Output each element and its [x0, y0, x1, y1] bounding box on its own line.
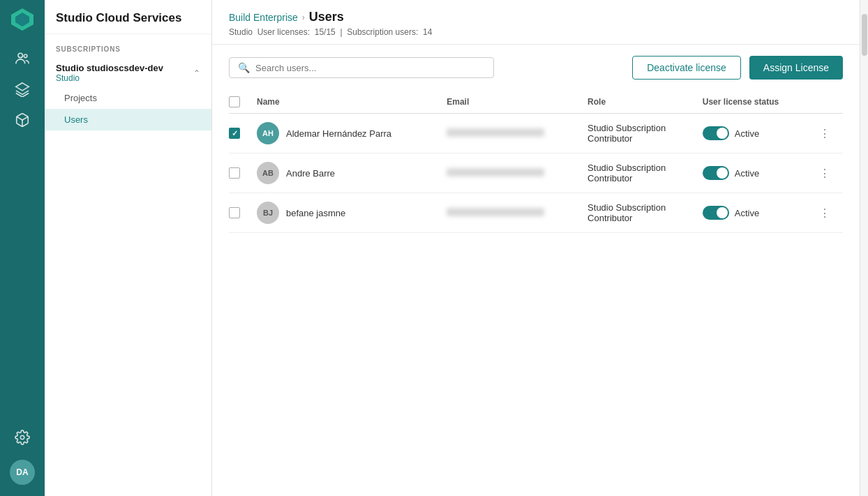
meta-licenses-label: User licenses:: [257, 27, 310, 37]
search-icon: 🔍: [238, 62, 250, 73]
col-actions: [815, 91, 843, 114]
row-email-cell: [447, 114, 588, 153]
table-row: AHAldemar Hernández ParraStudio Subscrip…: [229, 114, 843, 153]
user-name: Andre Barre: [286, 168, 335, 179]
select-all-checkbox[interactable]: [229, 96, 240, 107]
row-role-cell: Studio SubscriptionContributor: [588, 153, 703, 193]
main-header: Build Enterprise › Users Studio User lic…: [212, 0, 860, 45]
meta-subscription-value: 14: [423, 27, 432, 37]
col-email: Email: [447, 91, 588, 114]
app-logo[interactable]: [8, 6, 36, 33]
meta-separator: |: [340, 27, 342, 37]
license-toggle[interactable]: [703, 206, 729, 220]
sidebar: Studio Cloud Services SUBSCRIPTIONS Stud…: [45, 0, 212, 496]
sidebar-item-users[interactable]: Users: [45, 109, 211, 130]
user-email-blurred: [447, 168, 544, 176]
user-name: Aldemar Hernández Parra: [286, 128, 391, 139]
users-table: Name Email Role User license status AHAl…: [229, 91, 843, 233]
assign-button[interactable]: Assign License: [749, 56, 843, 80]
row-role-cell: Studio SubscriptionContributor: [588, 193, 703, 233]
user-name: befane jasmne: [286, 208, 345, 218]
row-checkbox-cell: [229, 114, 257, 153]
table-row: ABAndre BarreStudio SubscriptionContribu…: [229, 153, 843, 193]
row-more-button[interactable]: ⋮: [815, 164, 835, 183]
row-actions-cell: ⋮: [815, 114, 843, 153]
layers-nav-icon[interactable]: [8, 75, 36, 103]
breadcrumb-parent[interactable]: Build Enterprise: [229, 12, 298, 23]
toolbar-buttons: Deactivate license Assign License: [632, 56, 843, 80]
subscriptions-label: SUBSCRIPTIONS: [45, 34, 211, 59]
row-role-cell: Studio SubscriptionContributor: [588, 114, 703, 153]
chevron-up-icon: ⌃: [193, 68, 200, 78]
license-toggle[interactable]: [703, 126, 729, 140]
row-checkbox-0[interactable]: [229, 128, 240, 139]
user-email-blurred: [447, 208, 544, 216]
sidebar-item-projects[interactable]: Projects: [45, 87, 211, 109]
row-status-cell: Active: [703, 153, 815, 193]
user-avatar: BJ: [257, 202, 279, 224]
row-status-cell: Active: [703, 193, 815, 233]
row-checkbox-1[interactable]: [229, 167, 240, 179]
header-meta: Studio User licenses: 15/15 | Subscripti…: [229, 27, 843, 37]
subscription-item[interactable]: Studio studioscsdev-dev Studio ⌃: [45, 59, 211, 87]
table-header-row: Name Email Role User license status: [229, 91, 843, 114]
row-actions-cell: ⋮: [815, 193, 843, 233]
col-role: Role: [588, 91, 703, 114]
row-name-cell: ABAndre Barre: [257, 153, 447, 193]
row-status-cell: Active: [703, 114, 815, 153]
app-title: Studio Cloud Services: [45, 0, 211, 34]
row-checkbox-cell: [229, 193, 257, 233]
user-role: Studio SubscriptionContributor: [588, 202, 694, 223]
row-email-cell: [447, 193, 588, 233]
deactivate-button[interactable]: Deactivate license: [632, 56, 741, 80]
icon-rail: DA: [0, 0, 45, 496]
meta-product: Studio: [229, 27, 253, 37]
row-name-cell: AHAldemar Hernández Parra: [257, 114, 447, 153]
svg-point-2: [18, 53, 22, 57]
user-email-blurred: [447, 128, 544, 137]
main-content: Build Enterprise › Users Studio User lic…: [212, 0, 860, 496]
svg-point-3: [24, 54, 27, 58]
user-role: Studio SubscriptionContributor: [588, 123, 694, 144]
license-status-label: Active: [735, 168, 759, 179]
user-avatar[interactable]: DA: [10, 460, 35, 485]
row-email-cell: [447, 153, 588, 193]
search-input[interactable]: [255, 63, 485, 73]
license-status-label: Active: [735, 208, 759, 218]
scrollbar[interactable]: [860, 0, 868, 496]
meta-subscription-label: Subscription users:: [347, 27, 418, 37]
license-toggle[interactable]: [703, 166, 729, 180]
subscription-name: Studio studioscsdev-dev: [56, 63, 163, 73]
subscription-type: Studio: [56, 73, 163, 83]
svg-point-6: [20, 435, 24, 439]
user-avatar: AB: [257, 162, 279, 184]
col-license-status: User license status: [703, 91, 815, 114]
users-table-container: Name Email Role User license status AHAl…: [212, 91, 860, 496]
row-actions-cell: ⋮: [815, 153, 843, 193]
breadcrumb-current: Users: [309, 10, 344, 24]
table-row: BJbefane jasmneStudio SubscriptionContri…: [229, 193, 843, 233]
license-status-label: Active: [735, 128, 759, 139]
people-nav-icon[interactable]: [8, 45, 36, 73]
col-name: Name: [257, 91, 447, 114]
row-checkbox-cell: [229, 153, 257, 193]
cube-nav-icon[interactable]: [8, 106, 36, 134]
row-more-button[interactable]: ⋮: [815, 204, 835, 223]
toolbar: 🔍 Deactivate license Assign License: [212, 45, 860, 91]
user-role: Studio SubscriptionContributor: [588, 163, 694, 183]
col-checkbox: [229, 91, 257, 114]
scroll-thumb[interactable]: [862, 14, 867, 56]
breadcrumb: Build Enterprise › Users: [229, 10, 843, 24]
settings-nav-icon[interactable]: [8, 423, 36, 451]
row-more-button[interactable]: ⋮: [815, 124, 835, 143]
svg-marker-4: [16, 83, 29, 91]
row-name-cell: BJbefane jasmne: [257, 193, 447, 233]
search-box[interactable]: 🔍: [229, 57, 494, 78]
meta-licenses-value: 15/15: [315, 27, 336, 37]
row-checkbox-2[interactable]: [229, 207, 240, 218]
breadcrumb-separator: ›: [302, 13, 305, 22]
user-avatar: AH: [257, 122, 279, 144]
